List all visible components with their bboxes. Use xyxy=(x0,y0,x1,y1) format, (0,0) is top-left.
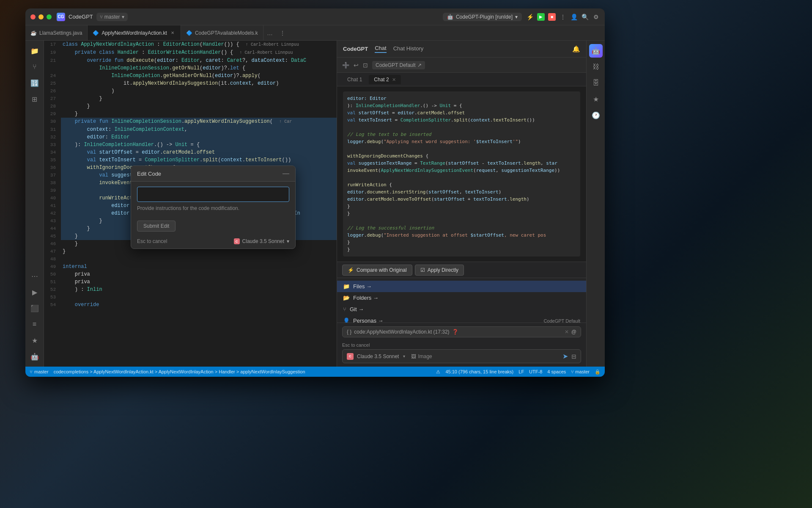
minimize-button[interactable] xyxy=(38,14,44,19)
branch-selector[interactable]: ⑂ master ▾ xyxy=(96,13,128,21)
undo-icon[interactable]: ↩ xyxy=(354,62,359,69)
send-button[interactable]: ➤ xyxy=(562,352,568,360)
layout-icon[interactable]: ⊡ xyxy=(363,62,368,69)
right-sidebar-codegpt[interactable]: 🤖 xyxy=(589,44,603,58)
metrics-icon[interactable]: ⚡ xyxy=(526,13,534,21)
code-line-29: 29 } xyxy=(44,110,337,118)
git-icon: ⑂ xyxy=(343,306,346,312)
vcs-icon[interactable]: ⑂ xyxy=(28,60,41,74)
chat-code-line: withIgnoringDocumentChanges { xyxy=(347,152,576,160)
compare-with-original-button[interactable]: ⚡ Compare with Original xyxy=(342,265,412,276)
layers-icon[interactable]: ≡ xyxy=(28,318,41,331)
edit-code-input[interactable] xyxy=(137,187,289,202)
image-button[interactable]: 🖼 Image xyxy=(411,353,432,359)
code-line-54: 54 override xyxy=(44,301,337,309)
status-branch-icon: ⑂ xyxy=(30,369,33,374)
status-left: ⑂ master xyxy=(30,369,49,374)
maximize-button[interactable] xyxy=(47,14,52,19)
files-item-personas[interactable]: 👤 Personas → CodeGPT Default xyxy=(337,315,586,323)
status-encoding[interactable]: UTF-8 xyxy=(529,369,542,374)
tab-chat-history[interactable]: Chat History xyxy=(393,45,424,52)
run-debug-icon[interactable]: ▶ xyxy=(28,285,41,299)
input-model-chevron[interactable]: ▾ xyxy=(403,354,405,359)
files-item-folders[interactable]: 📂 Folders → xyxy=(337,292,586,304)
status-warning[interactable]: ⚠ xyxy=(436,369,440,375)
plugin-selector[interactable]: 🤖 CodeGPT-Plugin [runIde] ▾ xyxy=(443,13,522,21)
code-line-17: 17 class ApplyNextWordInlayAction : Edit… xyxy=(44,41,337,49)
add-chat-icon[interactable]: ➕ xyxy=(342,62,349,69)
right-panel-title: CodeGPT xyxy=(343,46,368,52)
right-panel: CodeGPT Chat Chat History 🔔 ➕ ↩ ⊡ CodeGP… xyxy=(337,41,586,367)
menu-icon[interactable]: ⋮ xyxy=(559,13,567,21)
code-line-26: 26 ) xyxy=(44,87,337,95)
tab-more-button[interactable]: … xyxy=(263,25,276,40)
structure-icon[interactable]: 🔢 xyxy=(28,76,41,90)
dialog-model-selector[interactable]: C Claude 3.5 Sonnet ▾ xyxy=(234,238,289,244)
right-sidebar-database[interactable]: 🗄 xyxy=(589,76,603,90)
folders-item-label: Folders → xyxy=(353,295,379,301)
code-line-51: 51 priva xyxy=(44,278,337,286)
status-lock[interactable]: 🔒 xyxy=(595,369,601,375)
chat-code-line xyxy=(347,217,576,224)
status-position[interactable]: 45:10 (796 chars, 15 line breaks) xyxy=(445,369,513,374)
chat-code-line: val suggestionTextRange = TextRange(star… xyxy=(347,160,576,167)
search-icon[interactable]: 🔍 xyxy=(581,13,589,21)
image-icon: 🖼 xyxy=(411,353,416,359)
tab-llama-settings[interactable]: ☕ LlamaSettings.java xyxy=(25,25,88,40)
chat-tab-2[interactable]: Chat 2 ✕ xyxy=(369,75,401,84)
apply-directly-button[interactable]: ☑ Apply Directly xyxy=(415,265,464,276)
title-bar: CG CodeGPT ⑂ master ▾ 🤖 CodeGPT-Plugin [… xyxy=(25,8,605,25)
dialog-footer: Submit Edit xyxy=(131,216,295,236)
chat-content: editor: Editor ): InlineCompletionHandle… xyxy=(337,86,586,262)
tab-close-button[interactable]: ✕ xyxy=(170,30,176,36)
tab-chat[interactable]: Chat xyxy=(375,45,386,53)
settings-icon[interactable]: ⚙ xyxy=(592,13,600,21)
chat-code-line: val textToInsert = CompletionSplitter.sp… xyxy=(347,116,576,124)
files-item-git[interactable]: ⑂ Git → xyxy=(337,304,586,315)
run-icon[interactable]: ▶ xyxy=(537,13,545,21)
close-button[interactable] xyxy=(30,14,36,19)
plugins-icon[interactable]: ⊞ xyxy=(28,92,41,106)
code-line-48: 48 xyxy=(44,255,337,263)
input-model-name: Claude 3.5 Sonnet xyxy=(357,353,399,359)
chat-code-line: } xyxy=(347,239,576,246)
chat-scroll-area[interactable]: editor: Editor ): InlineCompletionHandle… xyxy=(337,86,586,323)
tab-overflow-button[interactable]: ⋮ xyxy=(276,25,289,40)
explorer-icon[interactable]: 📁 xyxy=(28,44,41,58)
right-sidebar-history[interactable]: 🕐 xyxy=(589,108,603,122)
file-ref-close-icon[interactable]: ✕ xyxy=(565,329,569,335)
codegpt-ab-icon[interactable]: 🤖 xyxy=(28,350,41,363)
right-sidebar-star[interactable]: ★ xyxy=(589,92,603,106)
stop-button[interactable]: ⊟ xyxy=(571,353,576,360)
status-indent[interactable]: 4 spaces xyxy=(547,369,566,374)
terminal-icon[interactable]: ⬛ xyxy=(28,301,41,315)
chat-code-line xyxy=(347,174,576,181)
status-master[interactable]: ⑂ master xyxy=(571,369,590,374)
right-sidebar-chain[interactable]: ⛓ xyxy=(589,60,603,74)
file-ref-at: @ xyxy=(571,329,576,335)
chat-code-line: invokeEvent(ApplyNextWordInlaySuggestion… xyxy=(347,167,576,174)
model-indicator: C xyxy=(347,353,354,360)
tab-apply-next-word[interactable]: 🔷 ApplyNextWordInlayAction.kt ✕ xyxy=(88,25,181,40)
submit-edit-button[interactable]: Submit Edit xyxy=(137,221,176,232)
chat-tab-2-close[interactable]: ✕ xyxy=(392,77,396,82)
bookmark-icon[interactable]: ★ xyxy=(28,334,41,347)
compare-label: Compare with Original xyxy=(357,267,407,273)
stop-icon[interactable]: ■ xyxy=(548,13,556,21)
status-branch[interactable]: ⑂ master xyxy=(30,369,49,374)
right-panel-toolbar: ➕ ↩ ⊡ CodeGPT Default ↗ xyxy=(337,58,586,73)
tab-codegpt-models[interactable]: 🔷 CodeGPTAvailableModels.k xyxy=(181,25,263,40)
apply-label: Apply Directly xyxy=(428,267,458,273)
chat-tab-1[interactable]: Chat 1 xyxy=(342,75,367,84)
account-icon[interactable]: 👤 xyxy=(570,13,578,21)
status-bar: ⑂ master codecompletions > ApplyNextWord… xyxy=(25,367,605,377)
files-item-files[interactable]: 📁 Files → xyxy=(337,281,586,292)
more-actions-icon[interactable]: ⋯ xyxy=(28,269,41,283)
panel-notification-icon[interactable]: 🔔 xyxy=(572,45,580,53)
status-line-ending[interactable]: LF xyxy=(518,369,524,374)
file-ref-code-icon: { } xyxy=(347,329,351,335)
dialog-close-icon[interactable]: — xyxy=(283,170,289,177)
code-line-33: 33 ): InlineCompletionHandler.() -> Unit… xyxy=(44,141,337,149)
status-master-label: ⑂ master xyxy=(571,369,590,374)
model-badge[interactable]: CodeGPT Default ↗ xyxy=(372,61,425,69)
